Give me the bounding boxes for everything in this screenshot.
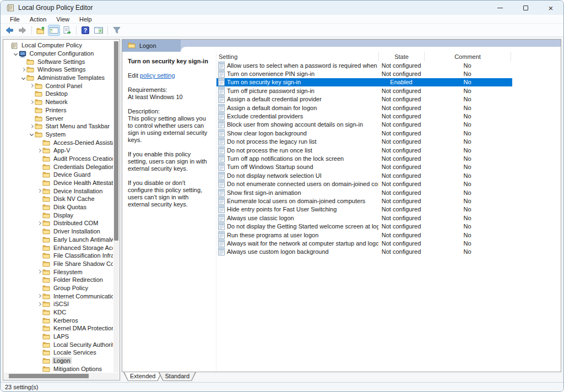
tree-item-access-denied-assistance[interactable]: Access-Denied Assistance [4,138,113,146]
table-row[interactable]: Always use custom logon background Not c… [216,248,512,256]
menu-action[interactable]: Action [25,16,52,23]
column-header-state[interactable]: State [378,52,424,61]
table-row[interactable]: Run these programs at user logon Not con… [216,231,512,239]
tree-item-administrative-templates[interactable]: Administrative Templates [4,74,113,82]
maximize-button[interactable] [513,1,538,15]
tree-item-app-v[interactable]: App-V [4,146,113,155]
tree-item-internet-communication-ma[interactable]: Internet Communication Ma [4,292,113,300]
table-row[interactable]: Do not process the run once list Not con… [216,146,512,154]
tab-extended[interactable]: Extended [123,372,162,381]
tree-expand-chevron-icon[interactable] [36,162,42,171]
table-row[interactable]: Assign a default credential provider Not… [216,95,512,104]
show-hide-action-pane-button[interactable] [93,25,105,36]
tree-item-iscsi[interactable]: iSCSI [4,300,113,308]
tab-standard[interactable]: Standard [158,372,196,381]
tree-expand-chevron-icon[interactable] [36,203,42,211]
back-button[interactable] [3,25,15,36]
tree-expand-chevron-icon[interactable] [29,130,35,139]
tree-expand-chevron-icon[interactable] [36,292,42,300]
menu-help[interactable]: Help [74,16,97,23]
forward-button[interactable] [17,25,29,36]
tree-expand-chevron-icon[interactable] [36,252,42,260]
tree-vertical-scrollbar[interactable] [113,40,119,372]
tree-expand-chevron-icon[interactable] [29,81,35,90]
tree-item-device-health-attestation-se[interactable]: Device Health Attestation Se [4,179,113,187]
tree-expand-chevron-icon[interactable] [36,268,42,276]
table-row[interactable]: Do not enumerate connected users on doma… [216,179,512,188]
table-row[interactable]: Turn off app notifications on the lock s… [216,154,512,162]
tree-expand-chevron-icon[interactable] [36,340,42,349]
tree-expand-chevron-icon[interactable] [20,57,26,66]
tree-item-system[interactable]: System [4,130,113,139]
table-row[interactable]: Show clear logon background Not configur… [216,129,512,137]
table-row[interactable]: Do not process the legacy run list Not c… [216,138,512,146]
table-row[interactable]: Turn on convenience PIN sign-in Not conf… [216,69,512,78]
table-row[interactable]: Turn off picture password sign-in Not co… [216,86,512,95]
menu-file[interactable]: File [5,16,25,23]
tree-expand-chevron-icon[interactable] [36,187,42,195]
menu-view[interactable]: View [51,16,74,23]
tree-expand-chevron-icon[interactable] [36,316,42,324]
filter-button[interactable] [111,25,123,36]
tree-item-desktop[interactable]: Desktop [4,90,113,98]
tree-expand-chevron-icon[interactable] [36,284,42,292]
tree-expand-chevron-icon[interactable] [29,90,35,98]
tree-expand-chevron-icon[interactable] [36,211,42,219]
tree-item-local-security-authority[interactable]: Local Security Authority [4,340,113,349]
tree-expand-chevron-icon[interactable] [36,195,42,203]
table-row[interactable]: Allow users to select when a password is… [216,61,512,69]
tree-item-filesystem[interactable]: Filesystem [4,268,113,276]
tree-item-start-menu-and-taskbar[interactable]: Start Menu and Taskbar [4,122,113,130]
tree-expand-chevron-icon[interactable] [36,260,42,268]
tree-expand-chevron-icon[interactable] [36,365,42,373]
show-hide-console-tree-button[interactable] [48,25,60,36]
tree-item-disk-nv-cache[interactable]: Disk NV Cache [4,195,113,203]
tree-item-logon[interactable]: Logon [4,357,113,365]
table-row[interactable]: Assign a default domain for logon Not co… [216,104,512,112]
tree-expand-chevron-icon[interactable] [36,300,42,308]
tree-item-distributed-com[interactable]: Distributed COM [4,219,113,227]
tree-expand-chevron-icon[interactable] [20,66,26,74]
tree-item-kernel-dma-protection[interactable]: Kernel DMA Protection [4,324,113,333]
table-row[interactable]: Turn on security key sign-in Enabled No [216,78,512,86]
tree-item-driver-installation[interactable]: Driver Installation [4,227,113,236]
tree-expand-chevron-icon[interactable] [36,276,42,284]
tree-expand-chevron-icon[interactable] [29,98,35,106]
tree-item-device-guard[interactable]: Device Guard [4,171,113,179]
tree-expand-chevron-icon[interactable] [36,333,42,341]
tree-item-mitigation-options[interactable]: Mitigation Options [4,365,113,373]
tree-expand-chevron-icon[interactable] [36,146,42,155]
tree-item-control-panel[interactable]: Control Panel [4,81,113,90]
close-button[interactable]: × [538,1,563,15]
tree-item-printers[interactable]: Printers [4,106,113,115]
tree-item-kdc[interactable]: KDC [4,308,113,317]
tree-horizontal-scrollbar[interactable] [4,373,119,379]
tree-item-locale-services[interactable]: Locale Services [4,349,113,357]
vertical-scrollbar-thumb[interactable] [114,41,118,241]
table-row[interactable]: Do not display network selection UI Not … [216,171,512,179]
tree-expand-chevron-icon[interactable] [36,138,42,146]
tree-expand-chevron-icon[interactable] [36,179,42,187]
help-button[interactable]: ? [79,25,91,36]
tree-item-laps[interactable]: LAPS [4,333,113,341]
tree-item-server[interactable]: Server [4,114,113,122]
up-one-level-button[interactable] [35,25,47,36]
tree-expand-chevron-icon[interactable] [36,243,42,252]
tree-expand-chevron-icon[interactable] [36,227,42,236]
tree-expand-chevron-icon[interactable] [36,308,42,317]
tree-item-kerberos[interactable]: Kerberos [4,316,113,324]
tree-expand-chevron-icon[interactable] [13,50,19,58]
table-row[interactable]: Exclude credential providers Not configu… [216,112,512,120]
table-row[interactable]: Always wait for the network at computer … [216,239,512,247]
tree-expand-chevron-icon[interactable] [4,41,10,50]
tree-expand-chevron-icon[interactable] [36,349,42,357]
tree-item-file-classification-infrastructu[interactable]: File Classification Infrastructu [4,252,113,260]
minimize-button[interactable] [487,1,513,15]
table-row[interactable]: Block user from showing account details … [216,121,512,129]
tree-item-file-share-shadow-copy-provi[interactable]: File Share Shadow Copy Provi [4,260,113,268]
tree-item-group-policy[interactable]: Group Policy [4,284,113,292]
tree-item-disk-quotas[interactable]: Disk Quotas [4,203,113,211]
table-row[interactable]: Enumerate local users on domain-joined c… [216,197,512,205]
table-row[interactable]: Hide entry points for Fast User Switchin… [216,205,512,214]
tree-expand-chevron-icon[interactable] [36,171,42,179]
